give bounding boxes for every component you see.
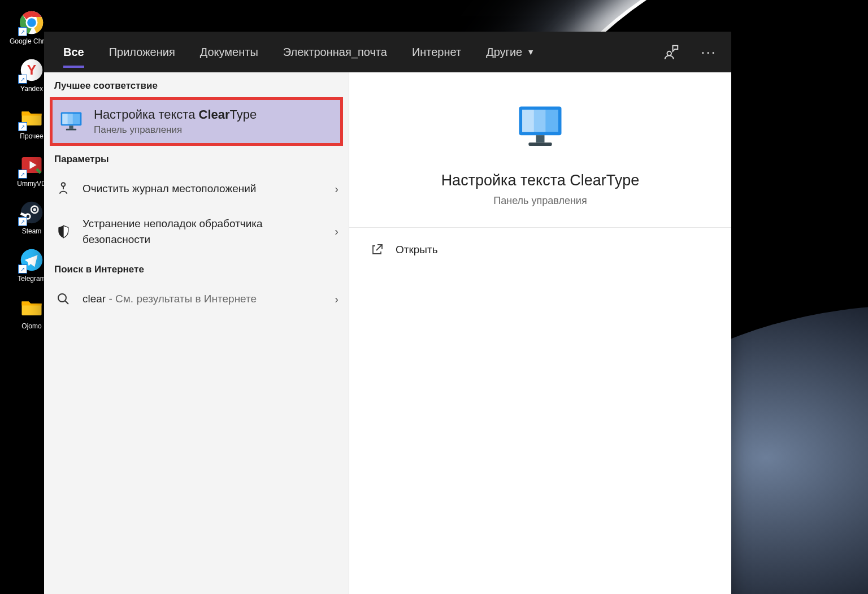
desktop-icon-label: Ojomo <box>21 322 41 330</box>
svg-rect-25 <box>536 135 545 142</box>
shortcut-arrow-icon: ↗ <box>18 217 27 226</box>
ummy-icon: ↗ <box>18 151 45 179</box>
tab-label: Все <box>63 46 84 59</box>
open-action-label: Открыть <box>396 244 438 256</box>
tab-apps[interactable]: Приложения <box>97 32 188 72</box>
section-best-match: Лучшее соответствие <box>44 72 349 97</box>
shortcut-arrow-icon: ↗ <box>18 75 27 84</box>
tab-documents[interactable]: Документы <box>188 32 271 72</box>
tab-all[interactable]: Все <box>51 32 97 72</box>
open-external-icon <box>370 242 384 257</box>
svg-point-9 <box>33 208 36 211</box>
svg-rect-17 <box>69 125 73 129</box>
section-web-search: Поиск в Интернете <box>44 256 349 281</box>
preview-subtitle: Панель управления <box>493 195 587 207</box>
section-parameters: Параметры <box>44 146 349 171</box>
tab-label: Приложения <box>109 46 175 59</box>
tab-label: Электронная_почта <box>283 46 387 59</box>
chevron-right-icon: › <box>335 225 338 238</box>
location-icon <box>54 180 72 198</box>
folder-icon: ↗ <box>18 104 45 131</box>
search-results-list: Лучшее соответствие <box>44 72 349 594</box>
tab-label: Документы <box>200 46 258 59</box>
best-match-title: Настройка текста ClearType <box>94 107 257 122</box>
web-search-label: clear - См. результаты в Интернете <box>83 291 324 307</box>
tab-label: Другие <box>486 46 522 59</box>
svg-point-20 <box>58 294 66 302</box>
tab-internet[interactable]: Интернет <box>400 32 474 72</box>
preview-title: Настройка текста ClearType <box>441 172 640 189</box>
settings-item-label: Очистить журнал местоположений <box>83 181 324 197</box>
open-action[interactable]: Открыть <box>349 228 731 272</box>
best-match-subtitle: Панель управления <box>94 124 257 136</box>
search-filter-tabs: Все Приложения Документы Электронная_поч… <box>44 32 731 72</box>
steam-icon: ↗ <box>18 199 45 226</box>
settings-item-security-troubleshoot[interactable]: Устранение неполадок обработчика безопас… <box>44 207 349 256</box>
best-match-result[interactable]: Настройка текста ClearType Панель управл… <box>50 97 343 146</box>
settings-item-clear-location-history[interactable]: Очистить журнал местоположений › <box>44 171 349 207</box>
desktop-icon-label: Steam <box>22 227 42 235</box>
chevron-right-icon: › <box>335 183 338 196</box>
folder-icon <box>18 294 45 321</box>
chevron-down-icon: ▼ <box>527 47 535 57</box>
telegram-icon: ↗ <box>18 246 45 274</box>
windows-search-panel: Все Приложения Документы Электронная_поч… <box>44 32 731 594</box>
chevron-right-icon: › <box>335 293 338 306</box>
monitor-icon <box>59 109 84 134</box>
shield-icon <box>54 223 72 241</box>
tab-more[interactable]: Другие ▼ <box>474 32 547 72</box>
svg-rect-24 <box>522 110 534 132</box>
svg-rect-16 <box>62 114 67 124</box>
person-feedback-icon <box>663 44 680 60</box>
tab-label: Интернет <box>412 46 461 59</box>
shortcut-arrow-icon: ↗ <box>18 170 27 179</box>
desktop-icon-label: Yandex <box>20 85 43 93</box>
svg-text:Y: Y <box>27 62 36 77</box>
settings-item-label: Устранение неполадок обработчика безопас… <box>83 216 324 247</box>
desktop-icon-label: Telegram <box>18 275 45 283</box>
tab-email[interactable]: Электронная_почта <box>271 32 400 72</box>
yandex-icon: Y ↗ <box>18 57 45 84</box>
shortcut-arrow-icon: ↗ <box>18 122 27 131</box>
search-preview-pane: Настройка текста ClearType Панель управл… <box>349 72 731 594</box>
svg-rect-18 <box>66 129 76 131</box>
web-search-item[interactable]: clear - См. результаты в Интернете › <box>44 281 349 317</box>
desktop-icon-label: Прочее <box>20 132 43 140</box>
shortcut-arrow-icon: ↗ <box>18 265 27 274</box>
svg-point-12 <box>667 51 672 56</box>
chrome-icon: ↗ <box>18 9 45 36</box>
search-icon <box>54 290 72 308</box>
svg-point-19 <box>62 183 66 187</box>
more-options-button[interactable]: ··· <box>693 32 724 72</box>
feedback-button[interactable] <box>656 32 687 72</box>
shortcut-arrow-icon: ↗ <box>18 27 27 36</box>
monitor-icon <box>509 99 571 156</box>
svg-rect-26 <box>528 142 552 146</box>
desktop-icon-label: UmmyVD <box>17 180 46 188</box>
ellipsis-icon: ··· <box>701 44 717 61</box>
